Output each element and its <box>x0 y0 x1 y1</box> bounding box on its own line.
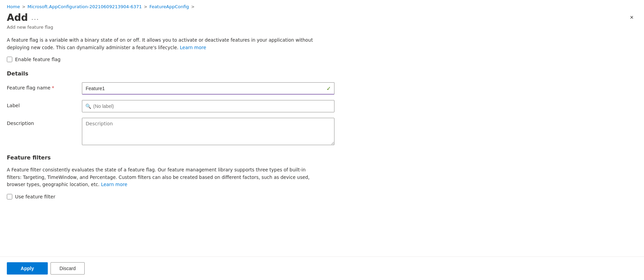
intro-learn-more-link[interactable]: Learn more <box>180 45 206 50</box>
page-title: Add ... <box>7 12 637 23</box>
breadcrumb-sep-2: > <box>144 4 147 9</box>
use-filter-label[interactable]: Use feature filter <box>15 194 55 199</box>
breadcrumb-sep-1: > <box>22 4 25 9</box>
required-indicator: * <box>52 85 54 90</box>
check-icon: ✓ <box>327 85 331 92</box>
details-form: Feature flag name * ✓ Label 🔍 Descriptio… <box>7 82 334 146</box>
label-field-label: Label <box>7 100 75 108</box>
title-ellipsis: ... <box>31 14 39 21</box>
feature-filters-section-title: Feature filters <box>7 154 637 161</box>
label-field-input[interactable] <box>82 100 334 112</box>
details-section-title: Details <box>7 70 637 77</box>
breadcrumb: Home > Microsoft.AppConfiguration-202106… <box>0 0 644 12</box>
enable-flag-label[interactable]: Enable feature flag <box>15 57 60 62</box>
feature-flag-name-input[interactable] <box>82 82 334 95</box>
use-filter-row: Use feature filter <box>7 194 637 199</box>
feature-flag-name-wrapper: ✓ <box>82 82 334 95</box>
page-subtitle: Add new feature flag <box>7 25 637 30</box>
intro-description: A feature flag is a variable with a bina… <box>7 37 321 51</box>
apply-button[interactable]: Apply <box>7 262 48 275</box>
footer: Apply Discard <box>0 257 644 280</box>
description-wrapper <box>82 118 334 146</box>
description-label: Description <box>7 118 75 126</box>
feature-flag-name-label: Feature flag name * <box>7 82 75 90</box>
discard-button[interactable]: Discard <box>51 262 85 275</box>
breadcrumb-home[interactable]: Home <box>7 4 20 9</box>
close-button[interactable]: × <box>626 12 637 23</box>
main-panel: × Add ... Add new feature flag A feature… <box>0 12 644 256</box>
feature-filters-description: A Feature filter consistently evaluates … <box>7 166 321 188</box>
breadcrumb-sep-3: > <box>191 4 195 9</box>
breadcrumb-resource[interactable]: Microsoft.AppConfiguration-2021060921390… <box>27 4 142 9</box>
label-field-wrapper: 🔍 <box>82 100 334 112</box>
use-filter-checkbox[interactable] <box>7 194 12 199</box>
description-textarea[interactable] <box>82 118 334 145</box>
breadcrumb-feature[interactable]: FeatureAppConfig <box>149 4 189 9</box>
search-icon: 🔍 <box>85 103 91 109</box>
enable-flag-checkbox[interactable] <box>7 57 12 62</box>
feature-filters-learn-more-link[interactable]: Learn more <box>101 182 127 187</box>
enable-flag-row: Enable feature flag <box>7 57 637 62</box>
